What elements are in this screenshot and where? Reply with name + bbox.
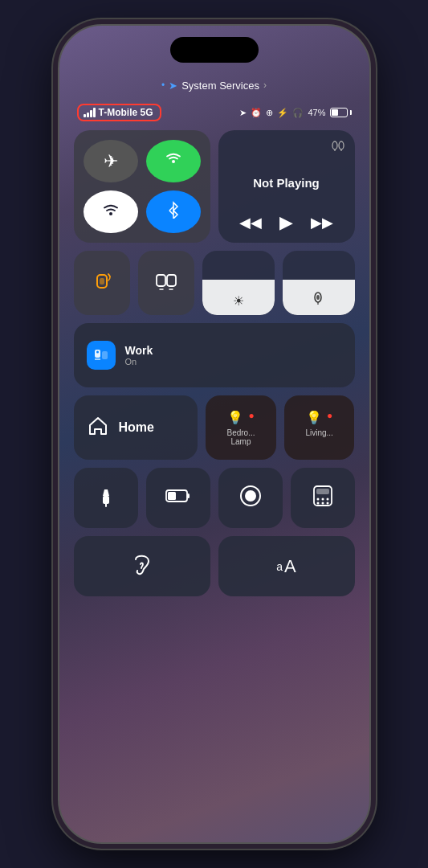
svg-point-29 <box>316 497 319 500</box>
signal-bar-4 <box>93 108 96 117</box>
focus-icon <box>87 341 116 370</box>
battery-util-icon <box>165 487 191 510</box>
airplane-icon: ✈ <box>104 151 118 172</box>
warning-icon: ● <box>248 410 254 425</box>
signal-bars <box>84 108 96 117</box>
living-lamp-icons: 💡 ● <box>306 410 332 425</box>
svg-point-30 <box>321 497 324 500</box>
svg-point-34 <box>326 502 328 504</box>
cellular-button[interactable] <box>146 140 201 182</box>
bedroom-lamp-widget[interactable]: 💡 ● Bedro...Lamp <box>206 395 276 460</box>
status-bar: • ➤ System Services › <box>59 74 369 96</box>
ear-icon <box>131 550 153 583</box>
svg-point-1 <box>109 212 112 215</box>
focus-sublabel: On <box>125 357 153 366</box>
living-lamp-widget[interactable]: 💡 ● Living... <box>284 395 355 460</box>
cellular-icon <box>165 150 182 172</box>
volume-icon <box>311 289 327 309</box>
svg-rect-28 <box>316 489 329 494</box>
carrier-left: T-Mobile 5G <box>77 104 161 121</box>
svg-point-16 <box>96 351 99 354</box>
location2-icon: ⊕ <box>266 108 273 118</box>
media-top <box>228 140 345 154</box>
carrier-bar: T-Mobile 5G ➤ ⏰ ⊕ ⚡ 🎧 47% <box>59 103 369 122</box>
wifi-button[interactable] <box>84 190 138 233</box>
svg-rect-24 <box>168 492 176 500</box>
focus-label: Work <box>125 344 153 357</box>
mirror-icon <box>155 272 177 295</box>
text-large-label: A <box>284 556 296 577</box>
dynamic-island <box>170 37 259 63</box>
focus-text: Work On <box>125 344 153 366</box>
system-services-label: System Services <box>181 80 259 92</box>
bedroom-lamp-label: Bedro...Lamp <box>227 428 255 446</box>
location-arrow-icon: ➤ <box>169 80 177 92</box>
volume-slider[interactable] <box>283 251 355 315</box>
svg-point-33 <box>321 502 324 504</box>
play-button[interactable]: ▶ <box>279 212 293 233</box>
battery-percent: 47% <box>308 108 325 117</box>
svg-rect-11 <box>167 275 176 286</box>
airplane-mode-button[interactable]: ✈ <box>84 140 138 182</box>
flashlight-icon <box>95 485 117 512</box>
alarm-icon: ⏰ <box>251 108 262 118</box>
media-widget[interactable]: Not Playing ◀◀ ▶ ▶▶ <box>218 130 355 243</box>
bluetooth-button[interactable] <box>146 190 201 233</box>
calculator-button[interactable] <box>291 468 355 528</box>
signal-bar-2 <box>87 113 89 117</box>
control-center: ✈ <box>74 130 355 810</box>
rewind-button[interactable]: ◀◀ <box>239 214 262 231</box>
lock-rotation-icon <box>91 269 113 297</box>
focus-widget[interactable]: Work On <box>74 323 355 387</box>
orientation-lock-button[interactable] <box>74 251 130 315</box>
svg-point-13 <box>316 295 320 300</box>
battery-body <box>330 108 348 117</box>
svg-point-4 <box>332 141 337 149</box>
home-widget[interactable]: Home <box>74 395 198 460</box>
living-bulb-icon: 💡 <box>306 410 322 425</box>
svg-point-32 <box>316 502 319 504</box>
bluetooth-icon <box>167 201 180 223</box>
row1: ✈ <box>74 130 355 243</box>
signal-bar-3 <box>90 110 92 117</box>
row3: Work On <box>74 323 355 387</box>
row6: a A <box>74 536 355 596</box>
signal-bar-1 <box>84 114 86 117</box>
svg-point-0 <box>172 160 175 163</box>
media-title: Not Playing <box>228 176 345 190</box>
calculator-icon <box>312 485 333 512</box>
wifi-icon <box>102 201 120 223</box>
fast-forward-button[interactable]: ▶▶ <box>311 214 333 231</box>
headphones-icon: 🎧 <box>292 108 304 118</box>
screen-record-button[interactable] <box>218 468 283 528</box>
hearing-button[interactable] <box>74 536 210 596</box>
brightness-icon: ☀ <box>233 293 244 309</box>
svg-rect-23 <box>187 493 190 498</box>
text-size-button[interactable]: a A <box>218 536 355 596</box>
screen-mirror-button[interactable] <box>138 251 194 315</box>
carrier-badge: T-Mobile 5G <box>77 104 161 121</box>
media-controls: ◀◀ ▶ ▶▶ <box>228 212 345 233</box>
svg-rect-19 <box>103 496 109 504</box>
flashlight-button[interactable] <box>74 468 138 528</box>
location-icon: • <box>161 80 165 91</box>
carrier-right: ➤ ⏰ ⊕ ⚡ 🎧 47% <box>239 108 351 118</box>
svg-point-5 <box>339 141 344 149</box>
svg-rect-10 <box>157 275 165 286</box>
battery-tip <box>350 110 352 115</box>
text-small-label: a <box>276 560 283 573</box>
airpods-icon <box>331 140 345 154</box>
svg-marker-20 <box>103 489 109 496</box>
brightness-slider[interactable]: ☀ <box>202 251 275 315</box>
battery-button[interactable] <box>146 468 210 528</box>
home-icon <box>87 414 109 441</box>
svg-point-26 <box>245 490 256 502</box>
row2: ☀ <box>74 251 355 315</box>
bedroom-lamp-icons: 💡 ● <box>227 410 254 425</box>
record-icon <box>239 485 262 512</box>
network-widget[interactable]: ✈ <box>74 130 210 243</box>
row4: Home 💡 ● Bedro...Lamp 💡 ● Living... <box>74 395 355 460</box>
phone-frame: • ➤ System Services › T-Mobile 5G ➤ ⏰ ⊕ … <box>58 24 371 844</box>
svg-point-31 <box>326 497 328 500</box>
chevron-right-icon: › <box>263 80 267 91</box>
